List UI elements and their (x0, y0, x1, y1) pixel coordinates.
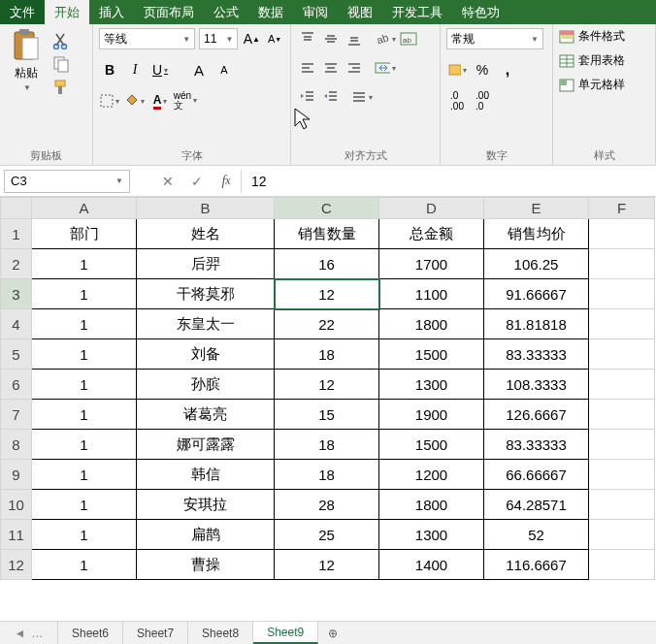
cell[interactable]: 1 (32, 460, 137, 490)
cell[interactable]: 116.6667 (484, 550, 589, 580)
sheet-more[interactable]: … (31, 627, 43, 640)
cell[interactable]: 干将莫邪 (137, 279, 275, 309)
cell[interactable]: 刘备 (137, 339, 275, 370)
cut-icon[interactable] (52, 32, 70, 49)
copy-icon[interactable] (52, 55, 70, 73)
row-header[interactable]: 6 (1, 370, 32, 400)
cell[interactable]: 18 (275, 460, 379, 490)
cell[interactable]: 126.6667 (484, 400, 589, 430)
cell[interactable]: 66.66667 (484, 460, 589, 490)
cell[interactable]: 1 (32, 490, 137, 520)
cell[interactable]: 1800 (379, 490, 484, 520)
cell[interactable]: 83.33333 (484, 339, 589, 370)
conditional-format-button[interactable]: 条件格式 (559, 28, 649, 45)
align-right-icon[interactable] (344, 57, 365, 79)
cell[interactable]: 1 (32, 520, 137, 550)
cell[interactable]: 1900 (379, 400, 484, 430)
accounting-format-icon[interactable]: ▾ (446, 59, 468, 80)
row-header[interactable]: 4 (1, 309, 32, 339)
cell[interactable]: 28 (275, 490, 379, 520)
name-box[interactable]: C3▼ (4, 170, 130, 193)
row-header[interactable]: 11 (1, 520, 32, 550)
border-button[interactable]: ▾ (99, 90, 120, 112)
underline-button[interactable]: U▾ (149, 59, 171, 80)
cell[interactable]: 扁鹊 (137, 520, 275, 550)
cell[interactable]: 18 (275, 339, 379, 370)
column-header[interactable]: D (379, 198, 484, 219)
row-header[interactable]: 10 (1, 490, 32, 520)
cell[interactable]: 1800 (379, 309, 484, 339)
row-header[interactable]: 1 (1, 219, 32, 249)
paste-button[interactable]: 粘贴 ▼ (6, 28, 47, 92)
cell[interactable] (589, 430, 655, 460)
menu-special[interactable]: 特色功 (452, 0, 509, 24)
format-painter-icon[interactable] (52, 79, 70, 96)
font-name-select[interactable]: 等线▼ (99, 28, 195, 49)
menu-file[interactable]: 文件 (0, 0, 45, 24)
italic-button[interactable]: I (124, 59, 146, 80)
fill-color-button[interactable]: ▾ (124, 90, 146, 112)
nav-prev-icon[interactable]: ◄ (15, 627, 26, 640)
cell[interactable]: 部门 (32, 219, 137, 249)
cell[interactable]: 娜可露露 (137, 430, 275, 460)
comma-icon[interactable]: , (497, 59, 518, 80)
cell[interactable]: 1300 (379, 370, 484, 400)
cell[interactable]: 姓名 (137, 219, 275, 249)
sheet-tab[interactable]: Sheet8 (188, 622, 253, 644)
cell[interactable]: 1 (32, 249, 137, 279)
cell[interactable]: 106.25 (484, 249, 589, 279)
merge-cells-icon[interactable]: ▾ (375, 57, 396, 79)
cell[interactable]: 108.3333 (484, 370, 589, 400)
cell[interactable]: 1200 (379, 460, 484, 490)
row-header[interactable]: 7 (1, 400, 32, 430)
add-sheet-button[interactable]: ⊕ (318, 622, 347, 644)
cell[interactable] (589, 219, 655, 249)
percent-icon[interactable]: % (472, 59, 493, 80)
cell[interactable]: 1400 (379, 550, 484, 580)
cell[interactable]: 1500 (379, 339, 484, 370)
cell[interactable]: 12 (275, 279, 379, 309)
grow-font-icon[interactable]: A (188, 59, 210, 80)
cell[interactable]: 诸葛亮 (137, 400, 275, 430)
decrease-decimal-icon[interactable]: .00.0 (472, 90, 493, 112)
cell[interactable]: 韩信 (137, 460, 275, 490)
menu-layout[interactable]: 页面布局 (134, 0, 204, 24)
cell[interactable]: 1100 (379, 279, 484, 309)
column-header[interactable]: C (275, 198, 379, 219)
row-header[interactable]: 9 (1, 460, 32, 490)
fx-icon[interactable]: fx (212, 170, 241, 193)
sheet-tab[interactable]: Sheet7 (123, 622, 188, 644)
increase-font-icon[interactable]: A▲ (242, 28, 261, 49)
cell[interactable]: 曹操 (137, 550, 275, 580)
cell[interactable]: 52 (484, 520, 589, 550)
cell[interactable]: 1700 (379, 249, 484, 279)
font-size-select[interactable]: 11▼ (199, 28, 238, 49)
sheet-tab[interactable]: Sheet6 (58, 622, 123, 644)
cell[interactable]: 91.66667 (484, 279, 589, 309)
increase-decimal-icon[interactable]: .0.00 (446, 90, 468, 112)
cell[interactable]: 12 (275, 370, 379, 400)
cell[interactable]: 18 (275, 430, 379, 460)
menu-insert[interactable]: 插入 (89, 0, 134, 24)
cell[interactable] (589, 520, 655, 550)
cell[interactable]: 1 (32, 430, 137, 460)
align-top-icon[interactable] (297, 28, 318, 49)
align-left-icon[interactable] (297, 57, 318, 79)
cell[interactable] (589, 460, 655, 490)
cancel-formula-icon[interactable]: ✕ (153, 170, 182, 193)
row-header[interactable]: 8 (1, 430, 32, 460)
cell[interactable] (589, 249, 655, 279)
bold-button[interactable]: B (99, 59, 120, 80)
cell[interactable]: 东皇太一 (137, 309, 275, 339)
cell[interactable]: 总金额 (379, 219, 484, 249)
cell[interactable]: 销售均价 (484, 219, 589, 249)
cell[interactable]: 安琪拉 (137, 490, 275, 520)
cell[interactable]: 孙膑 (137, 370, 275, 400)
font-color-button[interactable]: A▾ (149, 90, 171, 112)
wrap-text-icon[interactable]: ab (398, 28, 419, 49)
cell[interactable]: 81.81818 (484, 309, 589, 339)
column-header[interactable]: F (589, 198, 655, 219)
align-center-icon[interactable] (320, 57, 342, 79)
align-middle-icon[interactable] (320, 28, 342, 49)
cell[interactable]: 1 (32, 279, 137, 309)
